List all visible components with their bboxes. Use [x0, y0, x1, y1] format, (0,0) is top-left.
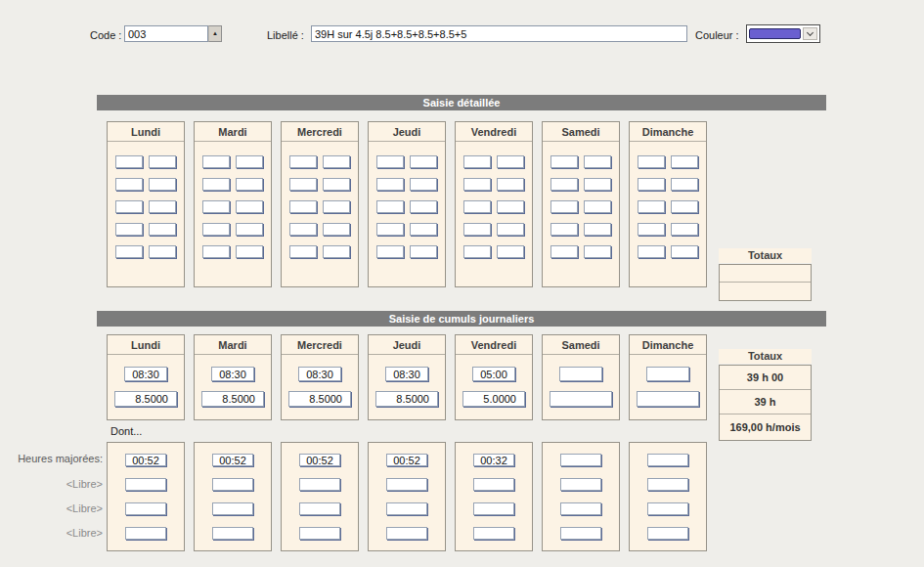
cumul-time-input[interactable] — [559, 367, 602, 381]
detail-cell-input[interactable] — [671, 155, 698, 168]
cumul-decimal-input[interactable] — [375, 391, 438, 407]
heures-majorees-input[interactable] — [386, 454, 427, 466]
cumul-time-input[interactable] — [385, 367, 428, 381]
detail-cell-input[interactable] — [638, 245, 665, 258]
cumul-time-input[interactable] — [124, 367, 167, 381]
detail-cell-input[interactable] — [202, 200, 230, 213]
color-select[interactable] — [746, 24, 820, 43]
detail-cell-input[interactable] — [376, 155, 404, 168]
detail-cell-input[interactable] — [410, 223, 437, 236]
detail-cell-input[interactable] — [115, 155, 143, 168]
detail-cell-input[interactable] — [671, 223, 698, 236]
libre-input[interactable] — [125, 527, 166, 540]
detail-cell-input[interactable] — [289, 200, 317, 213]
libre-input[interactable] — [386, 478, 427, 491]
detail-cell-input[interactable] — [376, 200, 404, 213]
detail-cell-input[interactable] — [236, 223, 263, 236]
libre-input[interactable] — [212, 478, 253, 491]
detail-cell-input[interactable] — [376, 178, 404, 191]
detail-cell-input[interactable] — [497, 155, 524, 168]
detail-cell-input[interactable] — [323, 245, 350, 258]
cumul-decimal-input[interactable] — [288, 391, 351, 407]
detail-cell-input[interactable] — [410, 245, 437, 258]
detail-cell-input[interactable] — [289, 155, 317, 168]
detail-cell-input[interactable] — [463, 178, 491, 191]
libre-input[interactable] — [212, 502, 253, 515]
detail-cell-input[interactable] — [550, 245, 578, 258]
cumul-decimal-input[interactable] — [114, 391, 177, 407]
cumul-decimal-input[interactable] — [550, 391, 612, 407]
detail-cell-input[interactable] — [323, 200, 350, 213]
libre-input[interactable] — [647, 502, 688, 515]
libre-input[interactable] — [386, 502, 427, 515]
libre-input[interactable] — [473, 502, 514, 515]
detail-cell-input[interactable] — [202, 178, 230, 191]
libre-input[interactable] — [125, 502, 166, 515]
detail-cell-input[interactable] — [584, 223, 611, 236]
libre-input[interactable] — [560, 527, 601, 540]
detail-cell-input[interactable] — [671, 178, 698, 191]
detail-cell-input[interactable] — [202, 155, 230, 168]
detail-cell-input[interactable] — [463, 245, 491, 258]
detail-cell-input[interactable] — [289, 223, 317, 236]
detail-cell-input[interactable] — [497, 178, 524, 191]
libre-input[interactable] — [299, 527, 340, 540]
detail-cell-input[interactable] — [202, 223, 230, 236]
heures-majorees-input[interactable] — [299, 454, 340, 466]
detail-cell-input[interactable] — [236, 155, 263, 168]
detail-cell-input[interactable] — [149, 155, 176, 168]
detail-cell-input[interactable] — [115, 200, 143, 213]
detail-cell-input[interactable] — [149, 223, 176, 236]
cumul-time-input[interactable] — [298, 367, 341, 381]
detail-cell-input[interactable] — [638, 223, 665, 236]
detail-cell-input[interactable] — [584, 155, 611, 168]
libre-input[interactable] — [125, 478, 166, 491]
detail-cell-input[interactable] — [323, 178, 350, 191]
libre-input[interactable] — [473, 478, 514, 491]
detail-cell-input[interactable] — [671, 200, 698, 213]
detail-cell-input[interactable] — [584, 178, 611, 191]
libre-input[interactable] — [299, 502, 340, 515]
heures-majorees-input[interactable] — [560, 454, 601, 466]
detail-cell-input[interactable] — [550, 178, 578, 191]
cumul-decimal-input[interactable] — [462, 391, 525, 407]
code-input[interactable] — [124, 25, 208, 42]
detail-cell-input[interactable] — [638, 200, 665, 213]
detail-cell-input[interactable] — [376, 223, 404, 236]
detail-cell-input[interactable] — [584, 245, 611, 258]
detail-cell-input[interactable] — [149, 200, 176, 213]
detail-cell-input[interactable] — [550, 155, 578, 168]
detail-cell-input[interactable] — [410, 178, 437, 191]
code-spinner-up-button[interactable]: ▲ — [208, 25, 222, 42]
libre-input[interactable] — [212, 527, 253, 540]
detail-cell-input[interactable] — [463, 155, 491, 168]
cumul-time-input[interactable] — [646, 367, 689, 381]
detail-cell-input[interactable] — [638, 155, 665, 168]
detail-cell-input[interactable] — [550, 223, 578, 236]
detail-cell-input[interactable] — [289, 245, 317, 258]
detail-cell-input[interactable] — [497, 223, 524, 236]
detail-cell-input[interactable] — [289, 178, 317, 191]
detail-cell-input[interactable] — [323, 223, 350, 236]
libre-input[interactable] — [560, 502, 601, 515]
cumul-decimal-input[interactable] — [637, 391, 699, 407]
detail-cell-input[interactable] — [202, 245, 230, 258]
detail-cell-input[interactable] — [149, 245, 176, 258]
chevron-down-icon[interactable] — [803, 27, 817, 40]
detail-cell-input[interactable] — [497, 200, 524, 213]
detail-cell-input[interactable] — [323, 155, 350, 168]
libre-input[interactable] — [647, 527, 688, 540]
detail-cell-input[interactable] — [463, 223, 491, 236]
detail-cell-input[interactable] — [236, 245, 263, 258]
heures-majorees-input[interactable] — [212, 454, 253, 466]
detail-cell-input[interactable] — [410, 200, 437, 213]
detail-cell-input[interactable] — [497, 245, 524, 258]
detail-cell-input[interactable] — [115, 223, 143, 236]
libre-input[interactable] — [647, 478, 688, 491]
detail-cell-input[interactable] — [671, 245, 698, 258]
libre-input[interactable] — [473, 527, 514, 540]
detail-cell-input[interactable] — [463, 200, 491, 213]
detail-cell-input[interactable] — [236, 178, 263, 191]
heures-majorees-input[interactable] — [125, 454, 166, 466]
detail-cell-input[interactable] — [410, 155, 437, 168]
